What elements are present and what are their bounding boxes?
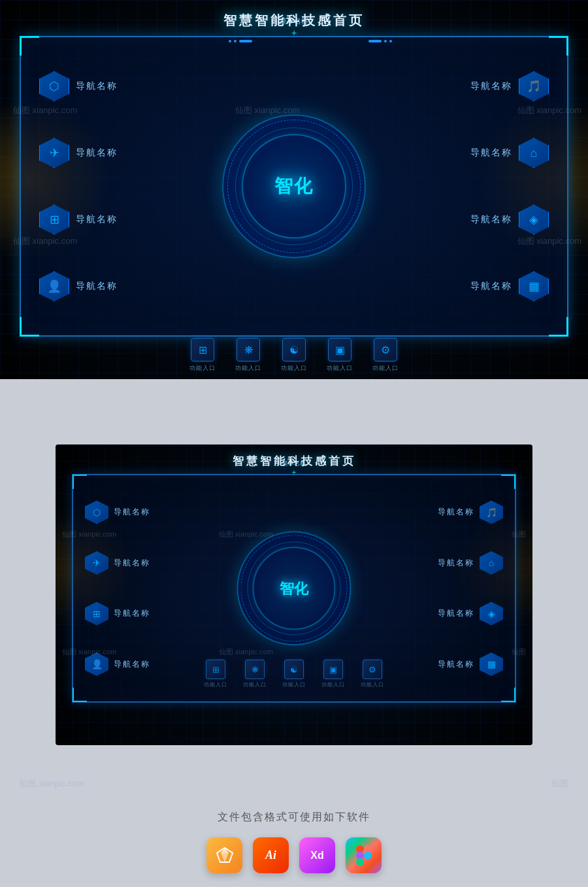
nav-text-right-2: 导航名称 <box>470 147 512 159</box>
func-item-3[interactable]: ☯ 功能入口 <box>281 338 307 373</box>
inner-hex-left-4: 👤 <box>85 652 108 676</box>
nav-text-right-1: 导航名称 <box>470 80 512 92</box>
inner-func-label-1: 功能入口 <box>204 681 227 688</box>
software-section-watermarks: 仙图 xianpic.com 仙图 <box>0 778 588 797</box>
inner-hex-icon-3: ⊞ <box>93 609 101 619</box>
func-icon-chat: ▣ <box>328 338 351 361</box>
svg-rect-6 <box>364 852 372 860</box>
inner-func-label-5: 功能入口 <box>361 681 384 688</box>
inner-func-icon-4: ▣ <box>323 660 343 679</box>
nav-hex-right-2: ⌂ <box>519 138 549 168</box>
inner-hex-icon-1: ⬡ <box>93 507 101 518</box>
nav-hex-right-1: 🎵 <box>519 71 549 101</box>
inner-title: 智慧智能科技感首页 <box>56 444 532 469</box>
func-item-1[interactable]: ⊞ 功能入口 <box>189 338 216 373</box>
inner-hex-icon-r4: ▦ <box>487 659 496 669</box>
figma-icon <box>346 837 382 873</box>
func-item-2[interactable]: ❋ 功能入口 <box>235 338 261 373</box>
func-item-5[interactable]: ⚙ 功能入口 <box>372 338 399 373</box>
inner-center-text: 智化 <box>237 531 351 646</box>
nav-hex-right-3: ◈ <box>519 205 549 235</box>
inner-nav-item-right-1[interactable]: 🎵 导航名称 <box>365 501 503 524</box>
inner-nav-item-left-1[interactable]: ⬡ 导航名称 <box>85 501 223 524</box>
inner-nav-item-left-2[interactable]: ✈ 导航名称 <box>85 551 223 575</box>
nav-hex-left-2: ✈ <box>39 138 69 168</box>
nav-text-right-3: 导航名称 <box>470 214 512 226</box>
nav-text-left-2: 导航名称 <box>76 147 118 159</box>
func-icon-gear: ⚙ <box>374 338 397 361</box>
func-icon-apps: ❋ <box>237 338 260 361</box>
func-label-3: 功能入口 <box>281 364 307 373</box>
page-title-top: 智慧智能科技感首页 <box>223 12 365 29</box>
inner-frame: 仙图 xianpic.com 仙图 xianpic.com 仙图 仙图 xian… <box>56 444 532 745</box>
inner-func-item-5[interactable]: ⚙ 功能入口 <box>361 660 384 688</box>
nav-hex-left-4: 👤 <box>39 271 69 301</box>
nav-hex-left-3: ⊞ <box>39 205 69 235</box>
sw-wm-left: 仙图 xianpic.com <box>20 778 84 790</box>
inner-nav-text-right-3: 导航名称 <box>438 608 474 619</box>
hex-icon-right-2: ⌂ <box>531 146 538 160</box>
top-section: 仙图 xianpic.com 仙图 xianpic.com 仙图 xianpic… <box>0 0 588 379</box>
inner-nav-item-right-2[interactable]: ⌂ 导航名称 <box>365 551 503 575</box>
inner-func-label-4: 功能入口 <box>321 681 345 688</box>
func-label-1: 功能入口 <box>189 364 216 373</box>
hex-icon-left-3: ⊞ <box>50 212 59 227</box>
func-icon-yin: ☯ <box>282 338 306 361</box>
nav-item-right-3[interactable]: ◈ 导航名称 <box>380 205 549 235</box>
nav-left: ⬡ 导航名称 ✈ 导航名称 ⊞ 导航名称 <box>39 56 208 317</box>
nav-item-left-4[interactable]: 👤 导航名称 <box>39 271 208 301</box>
inner-hex-left-2: ✈ <box>85 551 108 575</box>
nav-item-right-1[interactable]: 🎵 导航名称 <box>380 71 549 101</box>
center-text: 智化 <box>222 114 366 258</box>
inner-nav-item-right-3[interactable]: ◈ 导航名称 <box>365 602 503 626</box>
inner-nav-text-left-2: 导航名称 <box>114 558 150 569</box>
inner-hex-left-1: ⬡ <box>85 501 108 524</box>
inner-hex-icon-r1: 🎵 <box>486 507 497 518</box>
inner-func-icon-1: ⊞ <box>206 660 225 679</box>
inner-nav-right: 🎵 导航名称 ⌂ 导航名称 ◈ <box>365 487 503 690</box>
nav-item-left-1[interactable]: ⬡ 导航名称 <box>39 71 208 101</box>
svg-rect-7 <box>356 858 364 866</box>
nav-hex-left-1: ⬡ <box>39 71 69 101</box>
nav-hex-right-4: ▦ <box>519 271 549 301</box>
inner-func-item-3[interactable]: ☯ 功能入口 <box>282 660 306 688</box>
nav-item-left-2[interactable]: ✈ 导航名称 <box>39 138 208 168</box>
func-label-2: 功能入口 <box>235 364 261 373</box>
func-item-4[interactable]: ▣ 功能入口 <box>327 338 353 373</box>
nav-item-right-4[interactable]: ▦ 导航名称 <box>380 271 549 301</box>
inner-func-label-2: 功能入口 <box>243 681 267 688</box>
sw-wm-right: 仙图 <box>551 778 568 790</box>
inner-hex-icon-r3: ◈ <box>488 609 495 619</box>
hex-icon-left-4: 👤 <box>47 279 61 293</box>
sketch-logo <box>216 846 234 865</box>
inner-nav-item-right-4[interactable]: ▦ 导航名称 <box>365 652 503 676</box>
inner-func-item-1[interactable]: ⊞ 功能入口 <box>204 660 227 688</box>
inner-hex-right-3: ◈ <box>480 602 503 626</box>
xd-icon: Xd <box>299 837 335 873</box>
nav-item-right-2[interactable]: ⌂ 导航名称 <box>380 138 549 168</box>
nav-text-left-4: 导航名称 <box>76 280 118 292</box>
inner-nav-item-left-3[interactable]: ⊞ 导航名称 <box>85 602 223 626</box>
inner-nav-text-right-2: 导航名称 <box>438 558 474 569</box>
bottom-section: 仙图 xianpic.com 仙图 xianpic.com 仙图 仙图 xian… <box>0 431 588 758</box>
inner-nav-text-left-3: 导航名称 <box>114 608 150 619</box>
inner-nav-text-right-1: 导航名称 <box>438 507 474 518</box>
nav-item-left-3[interactable]: ⊞ 导航名称 <box>39 205 208 235</box>
hex-icon-left-2: ✈ <box>50 146 59 160</box>
inner-hex-icon-r2: ⌂ <box>489 558 494 568</box>
inner-nav-item-left-4[interactable]: 👤 导航名称 <box>85 652 223 676</box>
inner-nav-text-left-4: 导航名称 <box>114 659 150 670</box>
inner-func-item-2[interactable]: ❋ 功能入口 <box>243 660 267 688</box>
inner-func-item-4[interactable]: ▣ 功能入口 <box>321 660 345 688</box>
sketch-icon <box>206 837 242 873</box>
svg-marker-2 <box>221 853 229 862</box>
inner-nav-text-right-4: 导航名称 <box>438 659 474 670</box>
inner-main-frame: 菜单名称 + 智化 ⬡ 导航名称 <box>72 474 516 703</box>
inner-func-icon-5: ⚙ <box>363 660 382 679</box>
inner-hex-right-4: ▦ <box>480 652 503 676</box>
hex-icon-right-4: ▦ <box>529 279 540 293</box>
hex-icon-right-3: ◈ <box>529 212 538 227</box>
nav-right: 🎵 导航名称 ⌂ 导航名称 ◈ 导航名称 <box>380 56 549 317</box>
func-label-5: 功能入口 <box>372 364 399 373</box>
divider <box>0 379 588 431</box>
